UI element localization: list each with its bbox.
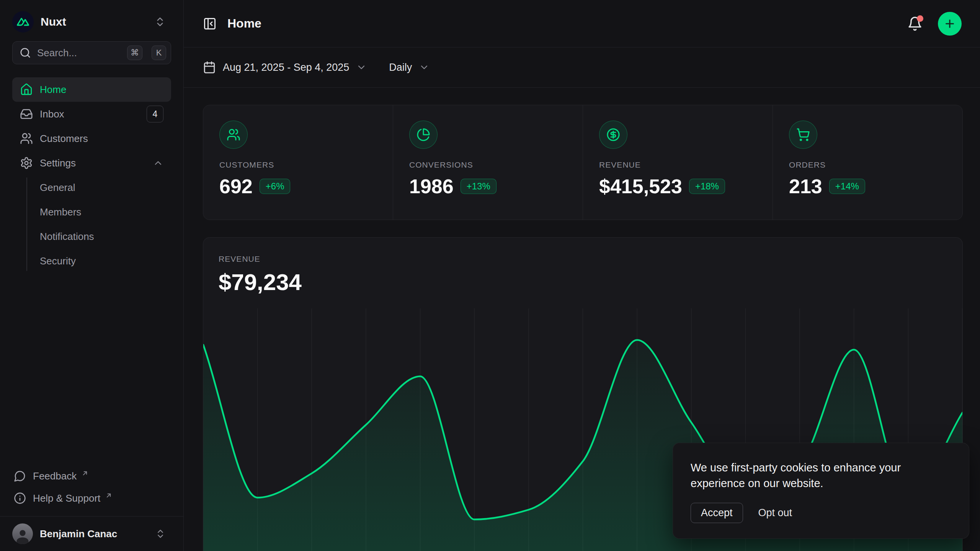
sidebar: Nuxt ⌘ K Home [0,0,184,551]
notification-dot [917,15,923,22]
stat-value: 692 [219,175,253,198]
accept-cookies-button[interactable]: Accept [691,503,743,523]
sidebar-item-inbox[interactable]: Inbox 4 [12,102,171,126]
sidebar-item-label: Settings [40,157,76,169]
stat-customers: CUSTOMERS 692 +6% [203,105,393,220]
stat-delta-badge: +6% [260,179,291,194]
optout-cookies-button[interactable]: Opt out [758,507,792,519]
chevron-down-icon [419,62,430,73]
sidebar-item-label: Home [40,84,66,96]
brand-name: Nuxt [41,15,66,28]
kbd-k: K [152,46,166,60]
feedback-link[interactable]: Feedback [12,465,171,487]
message-bubble-icon [14,470,26,482]
users-icon [219,121,248,149]
sidebar-footer-links: Feedback Help & Support [12,465,171,509]
info-circle-icon [14,492,26,504]
sidebar-item-members[interactable]: Members [12,200,171,224]
revenue-chart-total: $79,234 [219,269,947,295]
stat-delta-badge: +13% [461,179,497,194]
chevrons-up-down-icon [155,528,166,539]
stat-delta-badge: +18% [689,179,725,194]
topbar: Home [184,0,980,47]
revenue-chart-label: REVENUE [219,254,947,264]
calendar-icon [203,61,216,74]
page-title: Home [227,16,261,31]
nuxt-logo-icon [12,11,34,33]
stat-orders: ORDERS 213 +14% [773,105,962,220]
avatar [12,523,33,544]
notifications-button[interactable] [907,16,923,31]
chevrons-up-down-icon[interactable] [154,16,166,28]
stat-label: CONVERSIONS [409,160,567,170]
sidebar-item-notifications[interactable]: Notifications [12,224,171,249]
house-icon [20,83,33,96]
sidebar-spacer [12,273,171,465]
stat-label: ORDERS [789,160,946,170]
cookie-message: We use first-party cookies to enhance yo… [691,460,951,491]
workspace-switcher[interactable]: Nuxt [12,11,66,33]
plus-icon [944,18,956,30]
stat-label: CUSTOMERS [219,160,377,170]
app-root: Nuxt ⌘ K Home [0,0,980,551]
sidebar-item-label: Inbox [40,108,64,120]
inbox-icon [20,108,33,121]
inbox-count-badge: 4 [147,106,163,122]
stat-delta-badge: +14% [829,179,865,194]
feedback-label: Feedback [33,470,77,482]
pie-chart-icon [409,121,438,149]
granularity-value: Daily [389,62,412,73]
sidebar-item-home[interactable]: Home [12,77,171,102]
shopping-cart-icon [789,121,817,149]
external-link-icon [105,492,113,499]
chevron-down-icon [356,62,367,73]
granularity-select[interactable]: Daily [389,62,430,73]
user-name: Benjamin Canac [40,528,117,540]
stat-conversions: CONVERSIONS 1986 +13% [393,105,583,220]
stat-value: 1986 [409,175,454,198]
stat-value: 213 [789,175,822,198]
collapse-sidebar-icon[interactable] [203,17,217,31]
users-icon [20,132,33,145]
add-button[interactable] [938,12,962,36]
stat-label: REVENUE [599,160,756,170]
settings-subnav: General Members Notifications Security [12,175,171,273]
search-icon [20,47,31,59]
gear-icon [20,156,33,170]
filters-toolbar: Aug 21, 2025 - Sep 4, 2025 Daily [184,47,980,88]
sidebar-nav: Home Inbox 4 Customers [12,77,171,273]
cookie-banner: We use first-party cookies to enhance yo… [673,443,969,539]
search-input[interactable]: ⌘ K [12,41,171,64]
sidebar-item-customers[interactable]: Customers [12,126,171,151]
date-range-picker[interactable]: Aug 21, 2025 - Sep 4, 2025 [203,61,367,74]
help-support-label: Help & Support [33,492,100,504]
workspace-row: Nuxt [12,11,171,33]
sidebar-item-settings[interactable]: Settings [12,151,171,175]
user-menu[interactable]: Benjamin Canac [0,516,183,551]
help-support-link[interactable]: Help & Support [12,487,171,509]
chevron-up-icon [153,158,163,168]
stat-value: $415,523 [599,175,682,198]
external-link-icon [81,469,89,477]
sidebar-item-label: Customers [40,133,88,145]
sidebar-item-security[interactable]: Security [12,249,171,273]
date-range-value: Aug 21, 2025 - Sep 4, 2025 [223,62,349,73]
kbd-meta: ⌘ [127,46,142,60]
search-field[interactable] [37,47,121,59]
sidebar-item-general[interactable]: General [12,175,171,200]
stat-revenue: REVENUE $415,523 +18% [583,105,773,220]
stats-card: CUSTOMERS 692 +6% CONVERSIONS 1986 +13% [203,105,963,220]
circle-dollar-icon [599,121,627,149]
